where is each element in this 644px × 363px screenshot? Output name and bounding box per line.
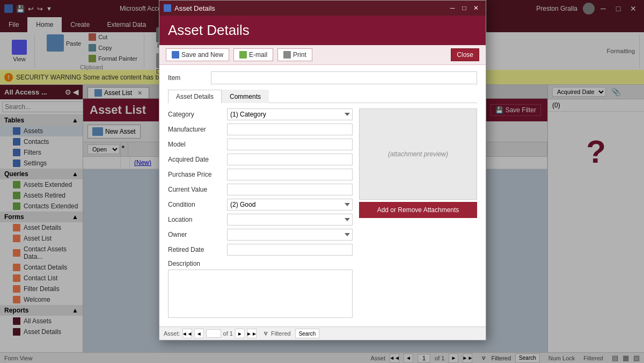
form-right: (attachment preview) Add or Remove Attac… [359,108,477,320]
manufacturer-label: Manufacturer [168,126,227,133]
nav-search-btn[interactable]: Search [295,329,320,338]
form-row-condition: Condition (2) Good [168,199,353,210]
dialog-header-band: Asset Details [159,16,486,45]
dialog-maximize-btn[interactable]: □ [459,3,470,13]
description-textarea[interactable] [168,270,353,318]
email-btn[interactable]: E-mail [233,48,273,61]
dialog-toolbar: Save and New E-mail Print Close [159,45,486,65]
category-select[interactable]: (1) Category [227,108,353,120]
add-attachment-label: Add or Remove Attachments [377,206,459,214]
form-row-manufacturer: Manufacturer [168,124,353,135]
dialog-header-title: Asset Details [168,22,477,39]
dialog-nav-bar: Asset: ◄◄ ◄ 1 of 1 ► ►► ⛛ Filtered Searc… [159,326,486,340]
nav-first-btn[interactable]: ◄◄ [182,329,192,338]
dialog-close-x-btn[interactable]: ✕ [471,3,481,13]
nav-of-label: of 1 [223,330,233,337]
item-input[interactable] [211,71,477,84]
form-left: Category (1) Category Manufacturer [168,108,353,320]
condition-select[interactable]: (2) Good [227,199,353,210]
category-label: Category [168,111,227,118]
owner-label: Owner [168,231,227,238]
modal-overlay: Asset Details ─ □ ✕ Asset Details Save a… [0,0,644,363]
nav-last-btn[interactable]: ►► [247,329,257,338]
print-label: Print [293,51,306,59]
purchase-price-input[interactable]: $0.00 [227,169,353,180]
dialog-title-btns: ─ □ ✕ [447,3,481,13]
form-row-category: Category (1) Category [168,108,353,120]
tab-asset-details[interactable]: Asset Details [168,90,222,103]
dialog-tabs: Asset Details Comments [168,90,477,103]
attachment-preview: (attachment preview) [359,108,477,200]
form-row-purchase-price: Purchase Price $0.00 [168,169,353,180]
nav-filter-icon: ⛛ [263,330,269,337]
print-icon [283,51,291,59]
form-grid: Category (1) Category Manufacturer [168,108,477,320]
purchase-price-label: Purchase Price [168,171,227,178]
form-row-location: Location [168,214,353,226]
email-label: E-mail [249,51,267,59]
save-new-label: Save and New [181,51,223,59]
nav-record-label: Asset: [164,330,180,337]
tab-comments[interactable]: Comments [222,90,269,103]
form-row-acquired-date: Acquired Date [168,154,353,165]
dialog-title-left: Asset Details [164,4,215,12]
item-row: Item [168,71,477,84]
nav-prev-btn[interactable]: ◄ [194,329,204,338]
current-value-input[interactable]: $0.00 [227,184,353,195]
dialog-minimize-btn[interactable]: ─ [447,3,458,13]
location-select[interactable] [227,214,353,226]
description-label: Description [168,260,353,267]
close-label: Close [457,51,473,59]
tab-comments-label: Comments [230,93,261,100]
acquired-date-input[interactable] [227,154,353,165]
item-label: Item [168,74,211,82]
model-label: Model [168,141,227,148]
form-row-model: Model [168,139,353,150]
acquired-date-label: Acquired Date [168,156,227,163]
email-icon [239,51,247,59]
description-section: Description [168,260,353,320]
owner-select[interactable] [227,229,353,241]
save-icon [172,51,179,59]
current-value-label: Current Value [168,186,227,193]
dialog-title-icon [164,4,171,12]
nav-next-btn[interactable]: ► [235,329,245,338]
condition-label: Condition [168,201,227,208]
retired-date-label: Retired Date [168,246,227,253]
nav-current-input[interactable]: 1 [206,329,221,338]
attachment-preview-text: (attachment preview) [388,150,448,158]
dialog-close-btn[interactable]: Close [451,48,479,61]
nav-filtered-label: Filtered [271,330,291,337]
dialog-body: Item Asset Details Comments [159,65,486,326]
location-label: Location [168,216,227,223]
retired-date-input[interactable] [227,244,353,256]
dialog-title-bar: Asset Details ─ □ ✕ [159,1,486,16]
manufacturer-input[interactable] [227,124,353,135]
save-new-btn[interactable]: Save and New [166,48,229,61]
dialog-window-title: Asset Details [174,4,215,12]
asset-dialog: Asset Details ─ □ ✕ Asset Details Save a… [159,0,486,340]
form-row-owner: Owner [168,229,353,241]
add-attachment-btn[interactable]: Add or Remove Attachments [359,202,477,218]
model-input[interactable] [227,139,353,150]
form-row-retired-date: Retired Date [168,244,353,256]
tab-asset-details-label: Asset Details [176,93,214,100]
print-btn[interactable]: Print [277,48,312,61]
form-row-current-value: Current Value $0.00 [168,184,353,195]
